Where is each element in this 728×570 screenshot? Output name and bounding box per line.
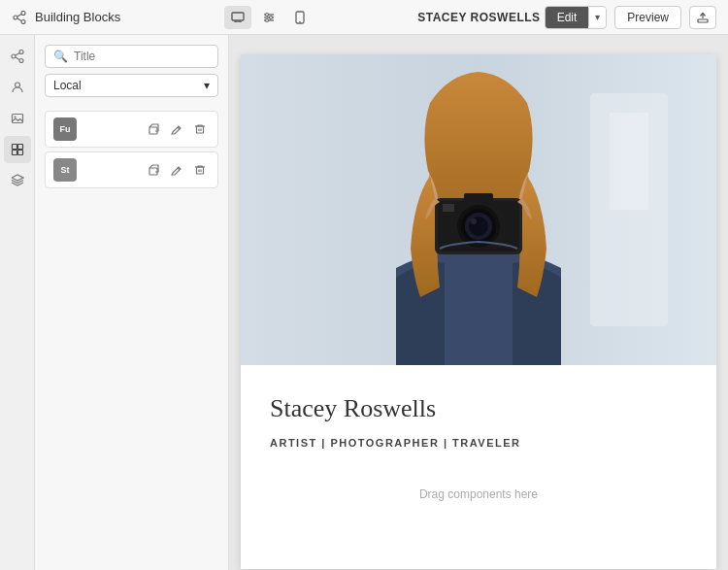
top-bar-left: Building Blocks — [12, 10, 120, 25]
svg-rect-25 — [12, 115, 22, 123]
publish-icon-button[interactable] — [689, 6, 716, 29]
preview-button[interactable]: Preview — [614, 6, 681, 29]
dropdown-label: Local — [53, 79, 82, 92]
svg-point-52 — [471, 218, 477, 224]
filter-dropdown[interactable]: Local ▾ — [45, 74, 218, 97]
dropdown-chevron-icon: ▾ — [204, 79, 210, 92]
svg-point-12 — [266, 13, 269, 16]
svg-rect-17 — [698, 19, 708, 22]
item-badge-st: St — [53, 158, 77, 182]
item-delete-icon-fu[interactable] — [190, 119, 210, 139]
panel-items-list: Fu St — [35, 107, 228, 192]
edit-button-group: Edit ▾ — [545, 6, 608, 29]
list-item[interactable]: St — [45, 151, 218, 188]
svg-point-2 — [21, 19, 25, 23]
svg-rect-38 — [197, 167, 204, 174]
item-3d-icon-fu[interactable] — [144, 119, 163, 139]
item-delete-icon-st[interactable] — [190, 160, 210, 180]
view-controls — [224, 6, 314, 29]
svg-rect-28 — [17, 145, 22, 150]
canvas-page: Stacey Roswells ARTIST | PHOTOGRAPHER | … — [241, 54, 716, 569]
svg-line-4 — [17, 18, 21, 21]
drop-zone[interactable]: Drag components here — [270, 468, 687, 520]
svg-rect-5 — [232, 13, 244, 20]
canvas-area: Stacey Roswells ARTIST | PHOTOGRAPHER | … — [229, 35, 728, 570]
svg-rect-54 — [443, 204, 454, 212]
share-icon — [12, 10, 27, 25]
item-actions-fu — [144, 119, 210, 139]
svg-point-21 — [19, 59, 23, 63]
item-badge-fu: Fu — [53, 117, 77, 141]
svg-rect-27 — [12, 145, 17, 150]
top-bar: Building Blocks STACEY ROSWELLS Edit ▾ P… — [0, 0, 728, 35]
desktop-view-button[interactable] — [224, 6, 251, 29]
svg-point-24 — [15, 83, 19, 87]
item-3d-icon-st[interactable] — [144, 160, 163, 180]
svg-point-0 — [21, 11, 25, 15]
svg-rect-53 — [464, 193, 493, 203]
svg-line-23 — [15, 57, 18, 60]
sidebar-media-button[interactable] — [4, 105, 31, 132]
app-title: Building Blocks — [35, 10, 120, 24]
svg-point-16 — [299, 20, 301, 22]
edit-button[interactable]: Edit — [546, 7, 589, 28]
search-input[interactable] — [74, 50, 210, 63]
svg-rect-33 — [197, 126, 204, 133]
item-edit-icon-fu[interactable] — [167, 119, 186, 139]
svg-line-22 — [15, 53, 18, 56]
svg-point-13 — [270, 16, 273, 18]
mobile-view-button[interactable] — [286, 6, 314, 29]
panel-search-box[interactable]: 🔍 — [45, 45, 218, 68]
sidebar-share-button[interactable] — [4, 43, 31, 70]
svg-rect-43 — [610, 113, 648, 210]
svg-rect-30 — [17, 151, 22, 155]
canvas-tagline: ARTIST | PHOTOGRAPHER | TRAVELER — [270, 437, 687, 449]
settings-view-button[interactable] — [255, 6, 282, 29]
sidebar-icons — [0, 35, 35, 570]
list-item[interactable]: Fu — [45, 111, 218, 148]
svg-rect-29 — [12, 151, 17, 155]
svg-point-14 — [266, 18, 269, 21]
svg-point-26 — [14, 117, 16, 118]
search-icon: 🔍 — [53, 50, 68, 63]
sidebar-users-button[interactable] — [4, 74, 31, 101]
sidebar-blocks-button[interactable] — [4, 136, 31, 163]
item-edit-icon-st[interactable] — [167, 160, 186, 180]
svg-line-3 — [17, 14, 21, 17]
svg-point-20 — [12, 54, 16, 58]
svg-point-19 — [19, 50, 23, 54]
item-actions-st — [144, 160, 210, 180]
panel: 🔍 Local ▾ Fu — [35, 35, 229, 570]
edit-chevron-button[interactable]: ▾ — [588, 8, 606, 26]
canvas-content: Stacey Roswells ARTIST | PHOTOGRAPHER | … — [241, 365, 716, 540]
main-layout: 🔍 Local ▾ Fu — [0, 35, 728, 570]
top-bar-right: STACEY ROSWELLS Edit ▾ Preview — [417, 6, 716, 29]
sidebar-layers-button[interactable] — [4, 167, 31, 194]
hero-image — [241, 54, 716, 365]
canvas-person-name: Stacey Roswells — [270, 394, 687, 423]
svg-point-1 — [14, 16, 17, 19]
page-name: STACEY ROSWELLS — [417, 11, 540, 24]
